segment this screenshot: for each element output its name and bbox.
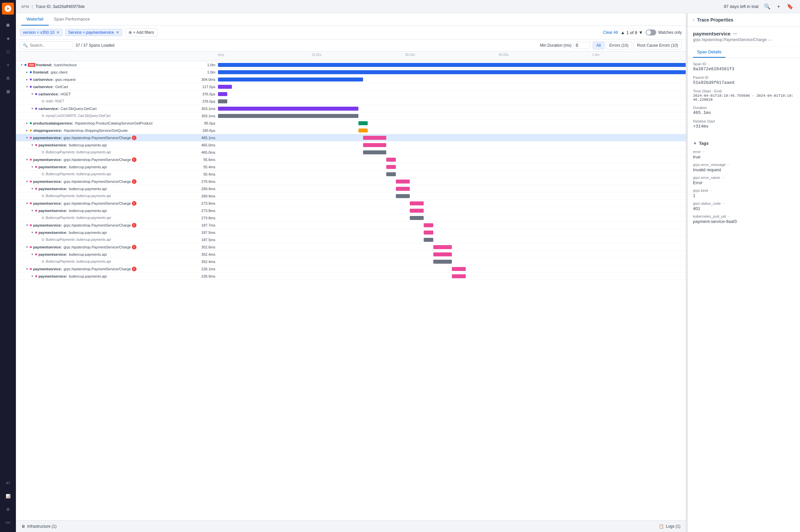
table-row[interactable]: ▾ paymentservice: grpc.hipstershop.Payme…	[16, 244, 686, 251]
table-row[interactable]: ▾ cartservice: Cart.DbQuery.GetCart 303.…	[16, 105, 686, 112]
details-tabs: Span Details	[688, 47, 800, 58]
tag-more[interactable]: ···	[722, 202, 725, 205]
table-row[interactable]: ▾ 500 frontend: /cart/checkout 1.0m	[16, 61, 686, 69]
expand-icon[interactable]: ▾	[24, 84, 29, 89]
nav-dashboards[interactable]: ▦	[2, 86, 14, 97]
table-row[interactable]: ▾ paymentservice: grpc.hipstershop.Payme…	[16, 134, 686, 141]
pagination-prev[interactable]: ▲	[621, 30, 625, 35]
bottom-infrastructure[interactable]: 🖥 Infrastructure (1)	[21, 524, 57, 529]
span-id-more[interactable]: ···	[708, 62, 710, 66]
expand-icon[interactable]: ▾	[30, 143, 35, 147]
expand-icon[interactable]: ▾	[30, 92, 35, 96]
nav-tags[interactable]: 🏷	[2, 477, 14, 489]
search-input[interactable]	[30, 43, 70, 48]
table-row[interactable]: ▸ productcatalogservice: /hipstershop.Pr…	[16, 119, 686, 127]
table-row[interactable]: ▾ cartservice: GetCart 117.0μs	[16, 83, 686, 91]
table-row[interactable]: ▾ paymentservice: buttercup.payments.api…	[16, 273, 686, 280]
pagination-next[interactable]: ▼	[639, 30, 643, 35]
add-button[interactable]: +	[776, 2, 781, 11]
expand-icon[interactable]: ▾	[24, 245, 29, 249]
table-row[interactable]: ▾ paymentservice: grpc.hipstershop.Payme…	[16, 222, 686, 229]
search-box[interactable]: 🔍	[20, 41, 73, 49]
expand-icon[interactable]: ▾	[24, 179, 29, 184]
nav-collapse[interactable]: <<	[2, 517, 14, 529]
table-row[interactable]: ⊙ mysql:LxvGChW075: Cart.DbQuery.GetCart…	[16, 112, 686, 119]
bottom-logs[interactable]: 📋 Logs (1)	[659, 524, 681, 529]
filter-btn-errors[interactable]: Errors (10)	[606, 41, 632, 49]
filter-btn-root-cause[interactable]: Root Cause Errors (10)	[633, 41, 682, 49]
nav-reports[interactable]: 📊	[2, 490, 14, 502]
filter-chip-version-remove[interactable]: ✕	[56, 30, 60, 35]
expand-icon[interactable]: ▾	[24, 267, 29, 271]
table-row[interactable]: ▾ paymentservice: grpc.hipstershop.Payme…	[16, 178, 686, 185]
clear-all-button[interactable]: Clear All	[603, 30, 618, 35]
expand-icon[interactable]: ▾	[24, 157, 29, 162]
nav-alerts[interactable]: ⊞	[2, 72, 14, 84]
table-row[interactable]: ▾ paymentservice: buttercup.payments.api…	[16, 141, 686, 149]
expand-icon[interactable]: ▾	[30, 187, 35, 191]
table-row[interactable]: ▾ paymentservice: buttercup.payments.api…	[16, 207, 686, 214]
filter-btn-all[interactable]: All	[593, 41, 604, 49]
matches-toggle-switch[interactable]	[646, 30, 656, 35]
panel-collapse-icon[interactable]: ›	[693, 18, 694, 22]
table-row[interactable]: ▾ paymentservice: grpc.hipstershop.Payme…	[16, 156, 686, 163]
expand-icon[interactable]: ▾	[24, 223, 29, 228]
trace-timeline[interactable]: 0ms 15.02s 30.03s 45.05s 1.0m ▾ 500 fron…	[16, 52, 686, 520]
expand-icon[interactable]: ▾	[30, 165, 35, 169]
filter-chip-service-remove[interactable]: ✕	[116, 30, 119, 35]
tags-header[interactable]: ▼ Tags	[693, 141, 795, 146]
tag-more[interactable]: ···	[721, 175, 724, 179]
tag-more[interactable]: ···	[727, 163, 730, 167]
expand-icon[interactable]: ▸	[24, 77, 29, 82]
expand-icon[interactable]: ▾	[30, 274, 35, 279]
table-row[interactable]: ▾ paymentservice: grpc.hipstershop.Payme…	[16, 265, 686, 273]
bookmark-button[interactable]: 🔖	[785, 2, 795, 11]
time-value: 2024-04-01T18:19:45.755696 - 2024-04-01T…	[693, 94, 795, 102]
nav-logs[interactable]: ≡	[2, 59, 14, 71]
filter-chip-service[interactable]: Service = paymentservice ✕	[65, 29, 122, 36]
nav-apm[interactable]: ◈	[2, 33, 14, 44]
expand-icon[interactable]: ▾	[30, 208, 35, 213]
tag-more[interactable]: ···	[709, 189, 712, 192]
table-row[interactable]: ⊙ ButtercupPayments: buttercup.payments.…	[16, 214, 686, 222]
tag-more[interactable]: ···	[727, 214, 730, 218]
table-row[interactable]: ▾ cartservice: HGET 376.0μs	[16, 91, 686, 98]
service-path-more[interactable]: ···	[768, 37, 772, 42]
table-row[interactable]: ▸ frontend: grpc.client 1.0m	[16, 69, 686, 76]
expand-icon[interactable]: ▾	[24, 135, 29, 140]
table-row[interactable]: ▾ paymentservice: buttercup.payments.api…	[16, 163, 686, 171]
search-button[interactable]: 🔍	[763, 2, 772, 11]
add-filter-button[interactable]: ⊕ + Add filters	[125, 28, 158, 36]
tab-waterfall[interactable]: Waterfall	[21, 13, 49, 25]
app-logo[interactable]	[2, 3, 14, 15]
table-row[interactable]: ▾ paymentservice: buttercup.payments.api…	[16, 185, 686, 192]
expand-icon[interactable]: ▾	[19, 63, 24, 67]
details-tab-span[interactable]: Span Details	[693, 47, 725, 58]
table-row[interactable]: ▾ paymentservice: grpc.hipstershop.Payme…	[16, 200, 686, 207]
expand-icon[interactable]: ▸	[24, 128, 29, 133]
expand-icon[interactable]: ▾	[24, 201, 29, 206]
nav-home[interactable]: ⊞	[2, 19, 14, 31]
table-row[interactable]: ⊙ ButtercupPayments: buttercup.payments.…	[16, 149, 686, 156]
table-row[interactable]: ⊙ redis: HGET 376.0μs	[16, 98, 686, 105]
table-row[interactable]: ⊙ ButtercupPayments: buttercup.payments.…	[16, 236, 686, 244]
expand-icon[interactable]: ▸	[24, 121, 29, 126]
tag-more[interactable]: ···	[702, 150, 705, 154]
table-row[interactable]: ⊙ ButtercupPayments: buttercup.payments.…	[16, 192, 686, 200]
expand-icon[interactable]: ▾	[30, 230, 35, 235]
table-row[interactable]: ⊙ ButtercupPayments: buttercup.payments.…	[16, 258, 686, 265]
table-row[interactable]: ▸ shippingservice: /hipstershop.Shipping…	[16, 127, 686, 134]
service-more-btn[interactable]: ···	[733, 31, 737, 36]
expand-icon[interactable]: ▸	[24, 70, 29, 75]
tab-span-performance[interactable]: Span Performance	[49, 13, 95, 25]
table-row[interactable]: ▾ paymentservice: buttercup.payments.api…	[16, 251, 686, 258]
filter-chip-version[interactable]: version = v350.10 ✕	[20, 29, 63, 36]
expand-icon[interactable]: ▾	[30, 252, 35, 257]
table-row[interactable]: ▾ paymentservice: buttercup.payments.api…	[16, 229, 686, 236]
nav-settings[interactable]: ⚙	[2, 504, 14, 515]
table-row[interactable]: ▸ cartservice: grpc.request 304.0ms	[16, 76, 686, 83]
min-duration-input[interactable]	[573, 42, 590, 49]
table-row[interactable]: ⊙ ButtercupPayments: buttercup.payments.…	[16, 171, 686, 178]
nav-infrastructure[interactable]: ⬡	[2, 46, 14, 58]
expand-icon[interactable]: ▾	[30, 106, 35, 111]
